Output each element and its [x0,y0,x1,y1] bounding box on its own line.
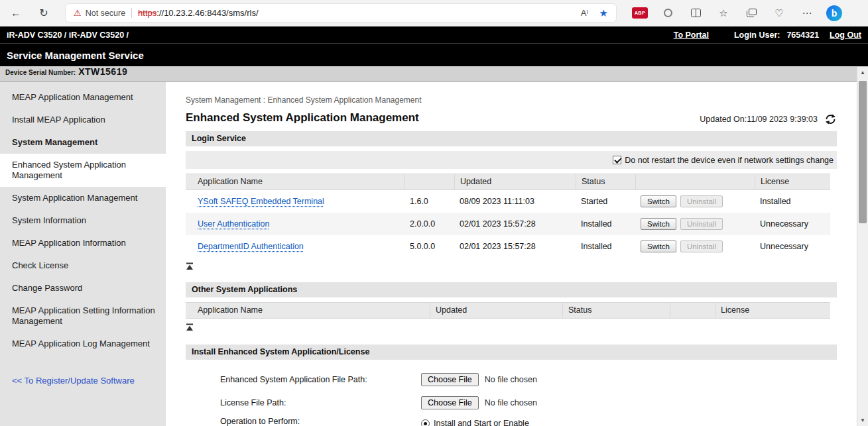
column-application-name: Application Name [186,174,404,189]
section-header-other-system-applications: Other System Applications [186,282,837,297]
back-icon: ← [11,7,21,19]
sidebar-item-enhanced-system-application-management[interactable]: Enhanced System Application Management [0,154,166,187]
copilot-button[interactable]: b [826,5,842,21]
section-header-login-service: Login Service [186,131,837,146]
serial-value: XTW15619 [78,66,127,77]
app-link-user-authentication[interactable]: User Authentication [198,219,269,229]
app-version: 5.0.0.0 [404,235,454,258]
back-to-top-button[interactable] [186,261,195,273]
adblock-button[interactable]: ABP [630,4,650,23]
choose-file-button[interactable]: Choose File [421,373,479,386]
url-text[interactable]: https://10.23.2.46:8443/sms/rls/ [138,8,258,18]
app-status: Installed [576,213,635,235]
sidebar-item-install-meap-application[interactable]: Install MEAP Application [0,109,166,131]
read-aloud-icon[interactable]: A⁾ [581,8,589,18]
extensions-area: ABP ☆ ♡ ⋯ b [627,4,842,23]
screen: ← ↻ ⚠ Not secure https://10.23.2.46:8443… [0,0,868,426]
app-version: 2.0.0.0 [404,213,454,235]
service-title-bar: Service Management Service [0,43,868,66]
login-service-table-header: Application Name Updated Status License [186,174,830,190]
section-header-install-enhanced-system-application: Install Enhanced System Application/Lice… [186,345,837,360]
back-to-top-button[interactable] [186,322,195,334]
sidebar-item-check-license[interactable]: Check License [0,254,166,277]
sidebar-item-meap-application-information[interactable]: MEAP Application Information [0,232,166,254]
app-link-ysoft-safeq[interactable]: YSoft SAFEQ Embedded Terminal [198,197,324,206]
table-row: DepartmentID Authentication 5.0.0.0 02/0… [186,235,830,258]
login-user-value: 7654321 [786,30,819,40]
favorites-button[interactable]: ☆ [713,4,733,23]
favorites-icon: ☆ [719,7,727,19]
address-bar[interactable]: ⚠ Not secure https://10.23.2.46:8443/sms… [65,3,617,23]
refresh-icon: ↻ [39,7,48,19]
sidebar-item-system-application-management[interactable]: System Application Management [0,187,166,209]
sidebar-item-meap-application-setting-information-management[interactable]: MEAP Application Setting Information Man… [0,299,166,333]
column-application-name: Application Name [186,303,430,318]
column-status: Status [576,174,635,189]
switch-button[interactable]: Switch [641,240,676,252]
serial-bar: Device Serial Number: XTW15619 [0,66,868,82]
app-updated: 02/01 2023 15:57:28 [454,213,576,235]
app-version: 1.6.0 [404,190,454,213]
sidebar-item-system-information[interactable]: System Information [0,209,166,232]
omnibox-divider [131,8,132,18]
column-license: License [715,303,830,318]
vertical-scrollbar[interactable]: ▲ ▼ [857,67,868,426]
file-chosen-status: No file chosen [485,375,537,384]
no-restart-checkbox[interactable] [613,156,621,164]
operation-to-perform-row: Operation to Perform: Install and Start … [186,417,837,426]
table-row: User Authentication 2.0.0.0 02/01 2023 1… [186,213,830,235]
switch-button[interactable]: Switch [641,218,676,230]
collections-button[interactable] [741,4,761,23]
more-icon: ⋯ [802,7,812,19]
app-license: Installed [755,190,830,213]
refresh-button[interactable]: ↻ [34,4,53,23]
not-secure-label[interactable]: Not secure [86,9,125,18]
sidebar-item-meap-application-management[interactable]: MEAP Application Management [0,86,166,109]
app-link-departmentid-authentication[interactable]: DepartmentID Authentication [198,242,304,251]
browser-essentials-button[interactable]: ♡ [769,4,789,23]
choose-file-button[interactable]: Choose File [421,396,479,409]
other-apps-table-header: Application Name Updated Status License [186,302,830,319]
sidebar-link-to-register-update-software[interactable]: << To Register/Update Software [0,370,166,392]
sidebar-item-change-password[interactable]: Change Password [0,277,166,299]
switch-button[interactable]: Switch [641,195,676,207]
update-refresh-button[interactable] [824,114,837,125]
app-status: Installed [576,235,635,258]
uninstall-button[interactable]: Uninstall [680,195,723,207]
license-file-path-row: License File Path: Choose File No file c… [186,395,837,411]
updated-on-text: Updated On:11/09 2023 9:39:03 [700,115,818,124]
settings-more-button[interactable]: ⋯ [797,4,817,23]
column-license: License [755,174,830,189]
app-updated: 08/09 2023 11:11:03 [454,190,576,213]
radio-install-and-start[interactable] [421,419,430,426]
uninstall-button[interactable]: Uninstall [680,240,723,252]
update-refresh-icon [824,114,837,125]
column-updated: Updated [454,174,576,189]
sidebar-item-meap-application-log-management[interactable]: MEAP Application Log Management [0,333,166,355]
not-secure-icon: ⚠ [74,8,82,18]
split-screen-button[interactable] [686,4,706,23]
sidebar: MEAP Application Management Install MEAP… [0,82,166,426]
device-header-bar: iR-ADV C3520 / iR-ADV C3520 / To Portal … [0,27,868,43]
scrollbar-up-arrow[interactable]: ▲ [857,67,868,78]
login-user-label: Login User: [734,30,780,40]
scrollbar-thumb[interactable] [859,81,867,223]
log-out-link[interactable]: Log Out [830,30,861,40]
favorite-star-icon[interactable]: ★ [599,7,608,19]
operation-radio-group: Install and Start or Enable Only Install [421,417,529,426]
back-to-top-icon [186,323,194,331]
to-portal-link[interactable]: To Portal [674,30,709,40]
table-row: YSoft SAFEQ Embedded Terminal 1.6.0 08/0… [186,190,830,213]
main-content: System Management : Enhanced System Appl… [166,82,868,426]
abp-icon: ABP [632,7,648,19]
uninstall-button[interactable]: Uninstall [680,218,723,230]
radio-install-and-start-label: Install and Start or Enable [434,419,529,426]
scrollbar-down-arrow[interactable]: ▼ [857,415,868,426]
back-button[interactable]: ← [7,4,25,23]
copilot-icon: b [832,8,837,19]
extension-button[interactable] [658,4,678,23]
column-status: Status [562,303,670,318]
restart-option-row: Do not restart the device even if networ… [186,151,837,169]
serial-label: Device Serial Number: [5,69,76,76]
column-version [404,174,454,189]
